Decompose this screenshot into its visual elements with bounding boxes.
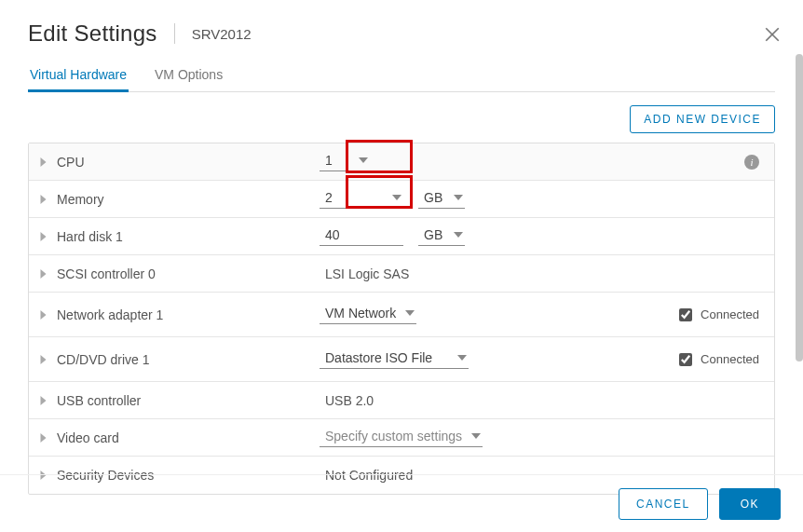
chevron-down-icon [359, 157, 368, 163]
dialog-footer: CANCEL OK [0, 474, 803, 532]
cpu-select[interactable]: 1 [320, 153, 370, 171]
row-video: Video card Specify custom settings [29, 419, 774, 457]
memory-label: Memory [57, 192, 104, 207]
cddvd-value: Datastore ISO File [325, 350, 432, 365]
row-scsi: SCSI controller 0 LSI Logic SAS [29, 255, 774, 293]
harddisk-input[interactable]: 40 [320, 227, 403, 246]
chevron-right-icon[interactable] [40, 355, 48, 364]
usb-label: USB controller [57, 393, 141, 408]
chevron-down-icon [454, 232, 463, 238]
harddisk-label: Hard disk 1 [57, 229, 123, 244]
tab-virtual-hardware[interactable]: Virtual Hardware [28, 67, 129, 92]
chevron-down-icon [457, 355, 467, 361]
harddisk-unit: GB [424, 227, 442, 242]
video-select[interactable]: Specify custom settings [320, 429, 483, 447]
memory-unit-select[interactable]: GB [418, 190, 465, 209]
scsi-value: LSI Logic SAS [320, 266, 409, 281]
cddvd-connected-label: Connected [701, 352, 759, 366]
cancel-button[interactable]: CANCEL [619, 488, 708, 520]
chevron-down-icon [392, 195, 402, 200]
cpu-value: 1 [325, 153, 333, 168]
chevron-right-icon[interactable] [40, 396, 48, 405]
chevron-right-icon[interactable] [40, 157, 48, 167]
network-value: VM Network [325, 306, 396, 321]
ok-button[interactable]: OK [719, 488, 781, 520]
cddvd-connected-checkbox[interactable] [679, 353, 692, 366]
cpu-label: CPU [57, 155, 85, 170]
memory-unit: GB [424, 190, 442, 205]
memory-input[interactable]: 2 [320, 190, 403, 209]
chevron-right-icon[interactable] [40, 433, 48, 443]
video-label: Video card [57, 430, 119, 445]
row-network: Network adapter 1 VM Network Connected [29, 293, 774, 337]
hardware-table: CPU 1 i Memory 2 [28, 143, 775, 495]
chevron-down-icon [405, 310, 415, 316]
add-new-device-button[interactable]: ADD NEW DEVICE [630, 105, 775, 133]
chevron-right-icon[interactable] [40, 195, 48, 204]
usb-value: USB 2.0 [320, 393, 374, 408]
cddvd-select[interactable]: Datastore ISO File [320, 350, 469, 369]
scsi-label: SCSI controller 0 [57, 266, 156, 281]
divider [174, 23, 175, 44]
scrollbar[interactable] [796, 54, 803, 361]
row-cpu: CPU 1 i [29, 143, 774, 181]
video-value: Specify custom settings [325, 429, 462, 443]
network-select[interactable]: VM Network [320, 306, 416, 324]
network-label: Network adapter 1 [57, 307, 163, 322]
network-connected-label: Connected [701, 307, 759, 321]
row-usb: USB controller USB 2.0 [29, 382, 774, 419]
chevron-right-icon[interactable] [40, 269, 48, 279]
tab-vm-options[interactable]: VM Options [153, 67, 225, 91]
dialog-title: Edit Settings [28, 20, 157, 47]
info-icon[interactable]: i [744, 155, 759, 170]
chevron-down-icon [471, 433, 481, 439]
memory-value: 2 [325, 190, 333, 205]
close-icon[interactable] [764, 26, 783, 45]
cddvd-label: CD/DVD drive 1 [57, 352, 150, 367]
network-connected-checkbox[interactable] [679, 308, 692, 321]
chevron-down-icon [454, 195, 463, 200]
harddisk-unit-select[interactable]: GB [418, 227, 465, 246]
chevron-right-icon[interactable] [40, 310, 48, 320]
row-harddisk: Hard disk 1 40 GB [29, 218, 774, 255]
row-cddvd: CD/DVD drive 1 Datastore ISO File Connec… [29, 337, 774, 382]
chevron-right-icon[interactable] [40, 232, 48, 241]
harddisk-value: 40 [325, 227, 340, 242]
vm-name: SRV2012 [192, 26, 252, 42]
row-memory: Memory 2 GB [29, 181, 774, 218]
